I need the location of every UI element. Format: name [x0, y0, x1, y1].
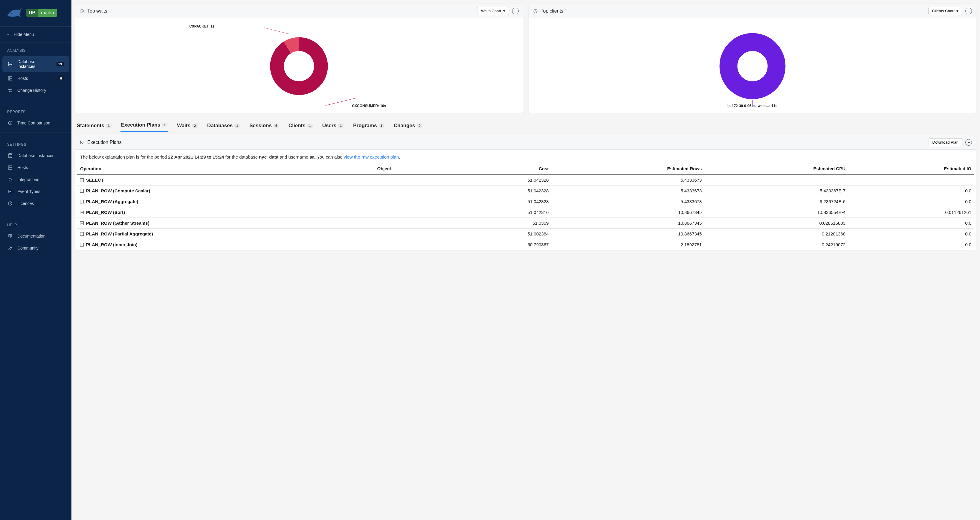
book-icon [8, 234, 13, 238]
operation-cell: PLAN_ROW (Partial Aggregate) [77, 228, 374, 239]
caret-down-icon: ▾ [956, 9, 958, 13]
plan-description: The below explanation plan is for the pe… [75, 150, 976, 163]
expand-icon[interactable] [80, 232, 84, 236]
top-waits-card: Top waits Waits Chart ▾ − [75, 3, 523, 113]
slice-label-client: ip-172-30-0-96.eu-west…: 11s [727, 104, 777, 108]
rows-cell: 5.4333673 [552, 185, 705, 196]
view-raw-plan-link[interactable]: view the raw execution plan [344, 155, 399, 160]
object-cell [374, 207, 449, 218]
collapse-button[interactable]: − [512, 8, 519, 14]
plan-database: nyc_data [259, 155, 278, 160]
tab-label: Execution Plans [121, 122, 160, 128]
tab-label: Changes [394, 123, 415, 129]
io-cell: 0.0 [848, 218, 974, 228]
sidebar-item-database-instances[interactable]: Database Instances 19 [2, 56, 69, 72]
svg-line-17 [264, 27, 290, 34]
plug-icon [8, 177, 13, 182]
plan-username: sa [309, 155, 315, 160]
card-header: Top clients Clients Chart ▾ − [529, 4, 977, 18]
tab-programs[interactable]: Programs1 [353, 120, 385, 132]
main-content: Top waits Waits Chart ▾ − [72, 0, 980, 520]
download-plan-button[interactable]: Download Plan [929, 138, 963, 146]
tab-execution-plans[interactable]: Execution Plans1 [121, 120, 168, 132]
cost-cell: 51.0309 [449, 218, 552, 228]
cost-cell: 51.042328 [449, 185, 552, 196]
download-plan-label: Download Plan [932, 140, 958, 145]
collapse-button[interactable]: − [965, 8, 972, 14]
tab-label: Waits [177, 123, 191, 129]
io-cell: 0.011261261 [848, 207, 974, 218]
sidebar-item-settings-hosts[interactable]: Hosts [2, 162, 69, 173]
operation-cell: SELECT [77, 174, 374, 185]
rows-cell: 10.8667345 [552, 207, 705, 218]
database-icon [8, 62, 13, 66]
top-clients-card: Top clients Clients Chart ▾ − ip-172-30-… [528, 3, 977, 113]
sidebar-item-documentation[interactable]: Documentation [2, 231, 69, 241]
sidebar-item-change-history[interactable]: Change History [2, 85, 69, 96]
column-header[interactable]: Estimated IO [848, 163, 974, 174]
table-row: PLAN_ROW (Partial Aggregate)51.00238410.… [77, 228, 974, 239]
sidebar-item-community[interactable]: Community [2, 242, 69, 254]
plan-period: 22 Apr 2021 14:29 to 15:24 [168, 155, 224, 160]
cpu-cell: 0.24219072 [705, 239, 848, 250]
expand-icon[interactable] [80, 211, 84, 214]
tab-badge: 1 [307, 124, 313, 128]
waits-chart-dropdown[interactable]: Waits Chart ▾ [477, 7, 509, 15]
table-row: PLAN_ROW (Gather Streams)51.030910.86673… [77, 218, 974, 228]
expand-icon[interactable] [80, 178, 84, 182]
sidebar-item-hosts[interactable]: Hosts 6 [2, 73, 69, 84]
tab-label: Programs [353, 123, 377, 129]
sidebar-item-integrations[interactable]: Integrations [2, 174, 69, 185]
tab-badge: 1 [379, 124, 384, 128]
rows-cell: 10.8667345 [552, 228, 705, 239]
svg-point-7 [8, 153, 12, 155]
hide-menu-label: Hide Menu [14, 32, 34, 37]
expand-icon[interactable] [80, 243, 84, 247]
sidebar-item-label: Hosts [18, 165, 64, 170]
column-header[interactable]: Operation [77, 163, 374, 174]
sidebar-item-event-types[interactable]: Event Types [2, 186, 69, 197]
svg-point-1 [8, 62, 12, 63]
hide-menu-button[interactable]: « Hide Menu [0, 26, 72, 43]
collapse-button[interactable]: − [965, 139, 972, 146]
column-header[interactable]: Object [374, 163, 449, 174]
tab-sessions[interactable]: Sessions6 [249, 120, 280, 132]
tab-statements[interactable]: Statements1 [76, 120, 112, 132]
key-icon [8, 201, 13, 206]
sidebar-item-settings-db[interactable]: Database Instances [2, 150, 69, 161]
expand-icon[interactable] [80, 200, 84, 203]
sidebar-item-time-comparison[interactable]: Time Comparison [2, 118, 69, 128]
column-header[interactable]: Cost [449, 163, 552, 174]
tab-changes[interactable]: Changes0 [393, 120, 423, 132]
tab-label: Users [322, 123, 336, 129]
database-icon [8, 153, 13, 158]
chevron-left-icon: « [7, 32, 10, 37]
operation-cell: PLAN_ROW (Aggregate) [77, 196, 374, 207]
expand-icon[interactable] [80, 222, 84, 225]
tab-waits[interactable]: Waits2 [177, 120, 198, 132]
tab-clients[interactable]: Clients1 [288, 120, 313, 132]
dropdown-label: Clients Chart [932, 9, 955, 13]
sidebar-item-label: Time Comparison [18, 121, 64, 125]
tab-users[interactable]: Users1 [322, 120, 344, 132]
svg-point-20 [728, 42, 776, 90]
logo-marlin-text: marlin [38, 9, 57, 17]
tab-badge: 1 [338, 124, 344, 128]
tab-databases[interactable]: Databases1 [207, 120, 240, 132]
tab-badge: 1 [162, 123, 167, 127]
tab-badge: 1 [234, 124, 240, 128]
sidebar-item-licences[interactable]: Licences [2, 198, 69, 209]
object-cell [374, 218, 449, 228]
expand-icon[interactable] [80, 189, 84, 193]
clients-chart-dropdown[interactable]: Clients Chart ▾ [928, 7, 963, 15]
cpu-cell: 5.433367E-7 [705, 185, 848, 196]
table-row: PLAN_ROW (Inner Join)50.7903672.18927810… [77, 239, 974, 250]
slice-label-cxpacket: CXPACKET: 1s [189, 24, 214, 29]
column-header[interactable]: Estimated CPU [705, 163, 848, 174]
swap-icon [8, 88, 13, 93]
object-cell [374, 228, 449, 239]
tab-badge: 6 [274, 124, 279, 128]
sidebar-item-label: Integrations [18, 177, 64, 182]
server-icon [8, 76, 13, 81]
column-header[interactable]: Estimated Rows [552, 163, 705, 174]
